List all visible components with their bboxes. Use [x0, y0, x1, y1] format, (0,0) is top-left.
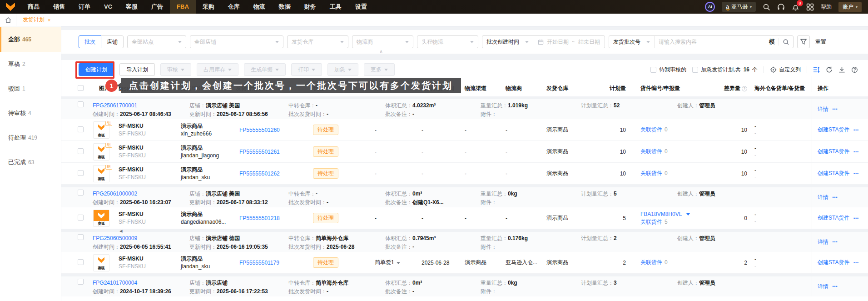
more-actions-icon[interactable]: ⋯	[832, 106, 838, 112]
more-actions-icon[interactable]: ⋯	[832, 283, 838, 290]
row-checkbox[interactable]	[78, 215, 84, 221]
reset-filters-button[interactable]: 重置	[815, 38, 826, 46]
nav-item-settings[interactable]: 设置	[348, 0, 374, 14]
plan-no-link[interactable]: FP55555501179	[239, 260, 279, 266]
search-submit-button[interactable]	[779, 39, 793, 45]
urgent-plans-filter-checkbox[interactable]: 加急发货计划,共16个	[692, 66, 758, 74]
plan-no-link[interactable]: FP55555501262	[239, 171, 280, 177]
linked-shipment-link[interactable]: 关联货件	[640, 218, 662, 226]
create-sta-shipment-link[interactable]: 创建STA货件	[818, 259, 849, 266]
select-all-checkbox[interactable]	[78, 85, 84, 91]
more-actions-icon[interactable]: ⋯	[853, 171, 859, 177]
chevron-down-icon[interactable]	[397, 262, 400, 264]
close-icon[interactable]: ×	[48, 17, 50, 23]
import-plan-button[interactable]: 导入计划	[119, 63, 155, 76]
linked-shipment-link[interactable]: 关联货件	[640, 259, 662, 266]
row-checkbox[interactable]	[78, 101, 84, 107]
filter-collapse-toggle[interactable]: ∧	[379, 49, 383, 55]
search-input[interactable]	[655, 39, 765, 45]
linked-shipment-link[interactable]: 关联货件	[640, 126, 662, 134]
batch-no-link[interactable]: FPG25060500009	[93, 235, 137, 241]
audit-button[interactable]: 审核	[160, 63, 191, 76]
question-circle-icon[interactable]: ?	[742, 86, 747, 91]
more-button[interactable]: 更多	[364, 63, 395, 76]
create-sta-shipment-link[interactable]: 创建STA货件	[818, 148, 849, 156]
create-sta-shipment-link[interactable]: 创建STA货件	[818, 126, 849, 134]
site-select[interactable]: 全部站点	[127, 35, 186, 48]
nav-item-purchase[interactable]: 采购	[196, 0, 221, 14]
create-sta-shipment-link[interactable]: 创建STA货件	[818, 214, 849, 222]
search-icon[interactable]	[763, 3, 770, 11]
shop-select[interactable]: 全部店铺	[190, 35, 283, 48]
nav-item-orders[interactable]: 订单	[72, 0, 97, 14]
detail-link[interactable]: 详情	[818, 194, 828, 201]
more-actions-icon[interactable]: ⋯	[853, 149, 859, 155]
print-button[interactable]: 打印	[291, 63, 322, 76]
tab-shipment-plan[interactable]: 发货计划 ×	[16, 14, 57, 26]
row-checkbox[interactable]	[78, 190, 84, 196]
marketplace-switcher[interactable]: a 亚马逊 ▾	[722, 2, 756, 12]
brand-logo-icon[interactable]	[0, 2, 21, 11]
detail-link[interactable]: 详情	[818, 238, 828, 246]
nav-item-logistics[interactable]: 物流	[247, 0, 272, 14]
apps-grid-icon[interactable]	[806, 3, 814, 11]
sidebar-item-all[interactable]: 全部465	[0, 27, 61, 52]
date-type-select[interactable]: 批次创建时间	[482, 36, 533, 48]
more-actions-icon[interactable]: ⋯	[853, 127, 859, 133]
headset-icon[interactable]	[777, 3, 785, 11]
detail-link[interactable]: 详情	[818, 105, 828, 113]
batch-no-link[interactable]: FPG24101700004	[93, 280, 137, 286]
search-type-select[interactable]: 发货批次号	[609, 36, 655, 48]
shipment-no-link[interactable]: FBA18VM8H0VL	[640, 211, 682, 218]
logistics-provider-select[interactable]: 物流商	[352, 35, 413, 48]
more-actions-icon[interactable]: ⋯	[832, 194, 838, 201]
row-checkbox[interactable]	[78, 234, 84, 240]
nav-item-sales[interactable]: 销售	[46, 0, 72, 14]
row-height-icon[interactable]	[813, 66, 820, 73]
first-leg-select[interactable]: 头程物流	[417, 35, 478, 48]
notifications-button[interactable]: 8	[792, 3, 799, 11]
chevron-down-icon[interactable]	[686, 213, 690, 216]
segment-shop-button[interactable]: 店铺	[101, 35, 124, 48]
nav-item-finance[interactable]: 财务	[298, 0, 323, 14]
row-checkbox[interactable]	[78, 126, 84, 132]
linked-shipment-link[interactable]: 关联货件	[640, 170, 662, 177]
nav-item-warehouse[interactable]: 仓库	[221, 0, 247, 14]
sidebar-item-pending[interactable]: 待处理419	[0, 125, 61, 150]
batch-no-link[interactable]: FPG25061700001	[93, 102, 137, 109]
advanced-filter-button[interactable]	[797, 35, 810, 48]
batch-no-link[interactable]: FPG25061000002	[93, 191, 137, 197]
nav-item-ads[interactable]: 广告	[144, 0, 170, 14]
nav-item-data[interactable]: 数据	[272, 0, 298, 14]
nav-item-fba[interactable]: FBA	[170, 0, 196, 14]
linked-shipment-link[interactable]: 关联货件	[640, 148, 662, 156]
sidebar-item-pending-audit[interactable]: 待审核4	[0, 101, 61, 125]
ai-assistant-button[interactable]: AI	[705, 2, 715, 12]
home-tab-button[interactable]	[0, 14, 16, 26]
warehouse-select[interactable]: 发货仓库	[287, 35, 348, 48]
fuzzy-match-toggle[interactable]: 模	[765, 38, 779, 45]
my-audit-filter-checkbox[interactable]: 待我审核的	[650, 66, 686, 74]
row-checkbox[interactable]	[78, 279, 84, 285]
date-range-input[interactable]: 开始日期 ~ 结束日期	[533, 38, 605, 46]
more-actions-icon[interactable]: ⋯	[853, 215, 859, 221]
occupy-stock-button[interactable]: 占用库存	[197, 63, 238, 76]
generate-doc-button[interactable]: 生成单据	[244, 63, 286, 76]
more-actions-icon[interactable]: ⋯	[853, 260, 859, 266]
plan-no-link[interactable]: FP55555501260	[239, 127, 280, 133]
customize-columns-button[interactable]: 自定义列	[770, 66, 801, 74]
sidebar-item-rejected[interactable]: 驳回1	[0, 76, 61, 101]
plan-no-link[interactable]: FP55555501218	[239, 215, 280, 221]
plan-no-link[interactable]: FP55555501261	[239, 149, 280, 155]
download-icon[interactable]	[838, 66, 845, 73]
more-actions-icon[interactable]: ⋯	[832, 239, 838, 245]
urgent-button[interactable]: 加急	[327, 63, 358, 76]
sidebar-item-completed[interactable]: 已完成63	[0, 150, 61, 175]
create-plan-button[interactable]: 创建计划	[79, 63, 114, 76]
detail-link[interactable]: 详情	[818, 283, 828, 291]
row-checkbox[interactable]	[78, 170, 84, 176]
account-menu[interactable]: 账户 ▾	[838, 2, 862, 12]
segment-batch-button[interactable]: 批次	[79, 35, 101, 48]
row-checkbox[interactable]	[78, 148, 84, 154]
nav-item-vc[interactable]: VC	[97, 0, 119, 14]
